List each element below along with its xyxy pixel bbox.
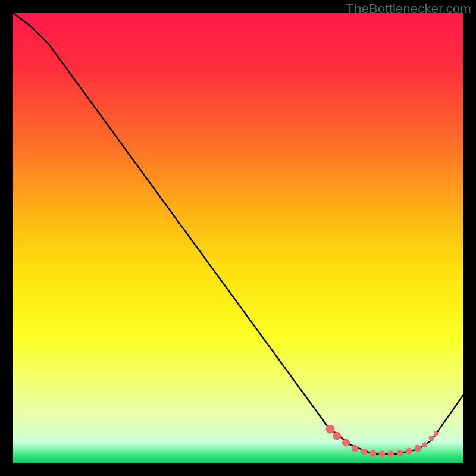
watermark-text: TheBottlenecker.com xyxy=(346,1,471,17)
chart-canvas xyxy=(13,13,463,463)
chart-stage: TheBottlenecker.com xyxy=(0,0,476,476)
plot-area xyxy=(13,13,463,463)
